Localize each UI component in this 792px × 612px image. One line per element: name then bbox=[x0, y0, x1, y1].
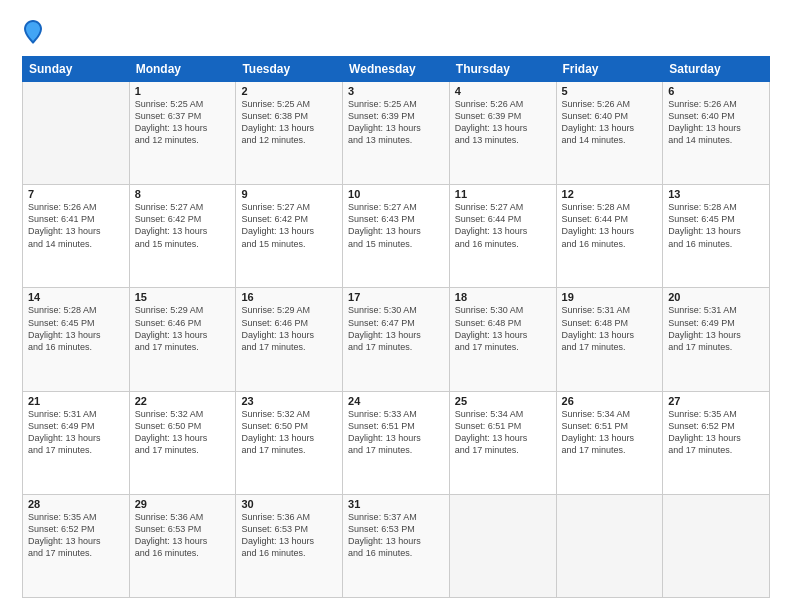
day-number: 20 bbox=[668, 291, 764, 303]
day-cell: 10Sunrise: 5:27 AM Sunset: 6:43 PM Dayli… bbox=[343, 185, 450, 288]
day-number: 9 bbox=[241, 188, 337, 200]
day-info: Sunrise: 5:37 AM Sunset: 6:53 PM Dayligh… bbox=[348, 511, 444, 560]
week-row: 21Sunrise: 5:31 AM Sunset: 6:49 PM Dayli… bbox=[23, 391, 770, 494]
day-cell bbox=[23, 82, 130, 185]
header bbox=[22, 18, 770, 46]
page: SundayMondayTuesdayWednesdayThursdayFrid… bbox=[0, 0, 792, 612]
day-header: Saturday bbox=[663, 57, 770, 82]
day-info: Sunrise: 5:27 AM Sunset: 6:42 PM Dayligh… bbox=[135, 201, 231, 250]
day-info: Sunrise: 5:29 AM Sunset: 6:46 PM Dayligh… bbox=[241, 304, 337, 353]
day-cell: 30Sunrise: 5:36 AM Sunset: 6:53 PM Dayli… bbox=[236, 494, 343, 597]
day-cell: 12Sunrise: 5:28 AM Sunset: 6:44 PM Dayli… bbox=[556, 185, 663, 288]
day-cell: 24Sunrise: 5:33 AM Sunset: 6:51 PM Dayli… bbox=[343, 391, 450, 494]
day-number: 28 bbox=[28, 498, 124, 510]
day-cell: 5Sunrise: 5:26 AM Sunset: 6:40 PM Daylig… bbox=[556, 82, 663, 185]
day-number: 7 bbox=[28, 188, 124, 200]
day-info: Sunrise: 5:33 AM Sunset: 6:51 PM Dayligh… bbox=[348, 408, 444, 457]
day-number: 17 bbox=[348, 291, 444, 303]
day-info: Sunrise: 5:26 AM Sunset: 6:40 PM Dayligh… bbox=[668, 98, 764, 147]
day-header: Monday bbox=[129, 57, 236, 82]
day-cell: 23Sunrise: 5:32 AM Sunset: 6:50 PM Dayli… bbox=[236, 391, 343, 494]
day-info: Sunrise: 5:34 AM Sunset: 6:51 PM Dayligh… bbox=[562, 408, 658, 457]
day-info: Sunrise: 5:30 AM Sunset: 6:48 PM Dayligh… bbox=[455, 304, 551, 353]
day-cell: 14Sunrise: 5:28 AM Sunset: 6:45 PM Dayli… bbox=[23, 288, 130, 391]
day-cell: 2Sunrise: 5:25 AM Sunset: 6:38 PM Daylig… bbox=[236, 82, 343, 185]
day-cell: 4Sunrise: 5:26 AM Sunset: 6:39 PM Daylig… bbox=[449, 82, 556, 185]
header-row: SundayMondayTuesdayWednesdayThursdayFrid… bbox=[23, 57, 770, 82]
day-info: Sunrise: 5:28 AM Sunset: 6:44 PM Dayligh… bbox=[562, 201, 658, 250]
day-header: Friday bbox=[556, 57, 663, 82]
day-cell bbox=[663, 494, 770, 597]
day-cell: 8Sunrise: 5:27 AM Sunset: 6:42 PM Daylig… bbox=[129, 185, 236, 288]
day-info: Sunrise: 5:34 AM Sunset: 6:51 PM Dayligh… bbox=[455, 408, 551, 457]
day-header: Sunday bbox=[23, 57, 130, 82]
day-cell: 15Sunrise: 5:29 AM Sunset: 6:46 PM Dayli… bbox=[129, 288, 236, 391]
day-cell: 31Sunrise: 5:37 AM Sunset: 6:53 PM Dayli… bbox=[343, 494, 450, 597]
day-number: 6 bbox=[668, 85, 764, 97]
day-cell: 16Sunrise: 5:29 AM Sunset: 6:46 PM Dayli… bbox=[236, 288, 343, 391]
day-number: 22 bbox=[135, 395, 231, 407]
day-header: Tuesday bbox=[236, 57, 343, 82]
day-cell: 25Sunrise: 5:34 AM Sunset: 6:51 PM Dayli… bbox=[449, 391, 556, 494]
week-row: 1Sunrise: 5:25 AM Sunset: 6:37 PM Daylig… bbox=[23, 82, 770, 185]
calendar-table: SundayMondayTuesdayWednesdayThursdayFrid… bbox=[22, 56, 770, 598]
day-number: 19 bbox=[562, 291, 658, 303]
logo bbox=[22, 18, 48, 46]
day-info: Sunrise: 5:29 AM Sunset: 6:46 PM Dayligh… bbox=[135, 304, 231, 353]
week-row: 14Sunrise: 5:28 AM Sunset: 6:45 PM Dayli… bbox=[23, 288, 770, 391]
day-number: 16 bbox=[241, 291, 337, 303]
day-info: Sunrise: 5:27 AM Sunset: 6:44 PM Dayligh… bbox=[455, 201, 551, 250]
day-cell: 20Sunrise: 5:31 AM Sunset: 6:49 PM Dayli… bbox=[663, 288, 770, 391]
day-cell: 9Sunrise: 5:27 AM Sunset: 6:42 PM Daylig… bbox=[236, 185, 343, 288]
day-info: Sunrise: 5:31 AM Sunset: 6:49 PM Dayligh… bbox=[28, 408, 124, 457]
day-info: Sunrise: 5:36 AM Sunset: 6:53 PM Dayligh… bbox=[135, 511, 231, 560]
calendar-body: 1Sunrise: 5:25 AM Sunset: 6:37 PM Daylig… bbox=[23, 82, 770, 598]
day-number: 1 bbox=[135, 85, 231, 97]
day-info: Sunrise: 5:32 AM Sunset: 6:50 PM Dayligh… bbox=[135, 408, 231, 457]
day-cell bbox=[449, 494, 556, 597]
day-cell: 17Sunrise: 5:30 AM Sunset: 6:47 PM Dayli… bbox=[343, 288, 450, 391]
day-cell: 28Sunrise: 5:35 AM Sunset: 6:52 PM Dayli… bbox=[23, 494, 130, 597]
day-info: Sunrise: 5:25 AM Sunset: 6:38 PM Dayligh… bbox=[241, 98, 337, 147]
day-cell: 18Sunrise: 5:30 AM Sunset: 6:48 PM Dayli… bbox=[449, 288, 556, 391]
day-number: 30 bbox=[241, 498, 337, 510]
day-cell: 1Sunrise: 5:25 AM Sunset: 6:37 PM Daylig… bbox=[129, 82, 236, 185]
day-info: Sunrise: 5:27 AM Sunset: 6:43 PM Dayligh… bbox=[348, 201, 444, 250]
day-number: 5 bbox=[562, 85, 658, 97]
day-info: Sunrise: 5:35 AM Sunset: 6:52 PM Dayligh… bbox=[668, 408, 764, 457]
day-number: 14 bbox=[28, 291, 124, 303]
day-number: 26 bbox=[562, 395, 658, 407]
week-row: 7Sunrise: 5:26 AM Sunset: 6:41 PM Daylig… bbox=[23, 185, 770, 288]
day-info: Sunrise: 5:27 AM Sunset: 6:42 PM Dayligh… bbox=[241, 201, 337, 250]
day-number: 29 bbox=[135, 498, 231, 510]
day-info: Sunrise: 5:30 AM Sunset: 6:47 PM Dayligh… bbox=[348, 304, 444, 353]
day-number: 2 bbox=[241, 85, 337, 97]
day-number: 24 bbox=[348, 395, 444, 407]
logo-icon bbox=[22, 18, 44, 46]
day-cell: 21Sunrise: 5:31 AM Sunset: 6:49 PM Dayli… bbox=[23, 391, 130, 494]
day-header: Thursday bbox=[449, 57, 556, 82]
day-cell bbox=[556, 494, 663, 597]
day-cell: 7Sunrise: 5:26 AM Sunset: 6:41 PM Daylig… bbox=[23, 185, 130, 288]
day-number: 23 bbox=[241, 395, 337, 407]
day-number: 15 bbox=[135, 291, 231, 303]
day-info: Sunrise: 5:25 AM Sunset: 6:37 PM Dayligh… bbox=[135, 98, 231, 147]
day-cell: 11Sunrise: 5:27 AM Sunset: 6:44 PM Dayli… bbox=[449, 185, 556, 288]
day-number: 11 bbox=[455, 188, 551, 200]
day-number: 3 bbox=[348, 85, 444, 97]
day-number: 12 bbox=[562, 188, 658, 200]
day-header: Wednesday bbox=[343, 57, 450, 82]
day-number: 27 bbox=[668, 395, 764, 407]
day-info: Sunrise: 5:32 AM Sunset: 6:50 PM Dayligh… bbox=[241, 408, 337, 457]
day-cell: 6Sunrise: 5:26 AM Sunset: 6:40 PM Daylig… bbox=[663, 82, 770, 185]
day-cell: 27Sunrise: 5:35 AM Sunset: 6:52 PM Dayli… bbox=[663, 391, 770, 494]
day-cell: 29Sunrise: 5:36 AM Sunset: 6:53 PM Dayli… bbox=[129, 494, 236, 597]
day-cell: 22Sunrise: 5:32 AM Sunset: 6:50 PM Dayli… bbox=[129, 391, 236, 494]
day-info: Sunrise: 5:26 AM Sunset: 6:41 PM Dayligh… bbox=[28, 201, 124, 250]
calendar-header: SundayMondayTuesdayWednesdayThursdayFrid… bbox=[23, 57, 770, 82]
day-cell: 13Sunrise: 5:28 AM Sunset: 6:45 PM Dayli… bbox=[663, 185, 770, 288]
day-info: Sunrise: 5:28 AM Sunset: 6:45 PM Dayligh… bbox=[668, 201, 764, 250]
day-number: 10 bbox=[348, 188, 444, 200]
day-number: 18 bbox=[455, 291, 551, 303]
day-cell: 26Sunrise: 5:34 AM Sunset: 6:51 PM Dayli… bbox=[556, 391, 663, 494]
